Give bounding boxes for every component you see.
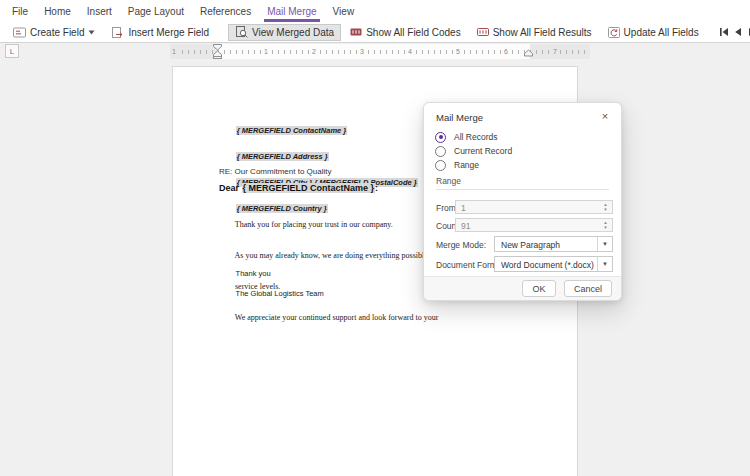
merge-mode-select[interactable]: New Paragraph ▼ <box>494 236 613 252</box>
merge-mode-label: Merge Mode: <box>436 240 486 250</box>
radio-button-icon[interactable] <box>435 132 446 143</box>
salutation-line: Dear { MERGEFIELD ContactName }: <box>219 183 378 193</box>
radio-button-icon[interactable] <box>435 146 446 157</box>
show-all-field-codes-icon <box>350 27 362 37</box>
ruler-number: 1 <box>262 47 270 56</box>
previous-record-button[interactable] <box>732 24 744 41</box>
ruler-number: 1 <box>170 47 178 56</box>
ruler-number: 6 <box>502 47 510 56</box>
ruler-number: 5 <box>454 47 462 56</box>
menu-bar: File Home Insert Page Layout References … <box>0 0 750 22</box>
menu-tab-mail-merge[interactable]: Mail Merge <box>264 0 319 22</box>
first-record-icon <box>719 27 729 37</box>
ruler-number: 4 <box>406 47 414 56</box>
horizontal-ruler[interactable]: 1 1 2 3 4 5 6 7 <box>170 44 590 59</box>
merge-field: { MERGEFIELD ContactName } <box>236 126 348 135</box>
menu-tab-insert[interactable]: Insert <box>84 0 115 22</box>
from-spinner[interactable]: ▲▼ <box>600 201 611 213</box>
radio-current-record[interactable]: Current Record <box>435 145 512 157</box>
next-record-icon <box>747 27 750 37</box>
application-window: File Home Insert Page Layout References … <box>0 0 750 476</box>
previous-record-icon <box>733 27 743 37</box>
merge-field: { MERGEFIELD Address } <box>236 152 329 161</box>
first-record-button[interactable] <box>718 24 730 41</box>
menu-tab-home[interactable]: Home <box>41 0 74 22</box>
chevron-down-icon <box>88 30 95 35</box>
radio-button-icon[interactable] <box>435 160 446 171</box>
chevron-down-icon: ▼ <box>602 261 608 267</box>
spinner-up-icon[interactable]: ▲ <box>603 221 607 225</box>
count-input[interactable]: 91 ▲▼ <box>455 218 613 232</box>
spinner-down-icon[interactable]: ▼ <box>603 226 607 230</box>
spinner-up-icon[interactable]: ▲ <box>603 203 607 207</box>
menu-tab-references[interactable]: References <box>197 0 254 22</box>
show-all-field-codes-button[interactable]: Show All Field Codes <box>343 24 468 41</box>
document-area: L 1 1 2 3 4 5 6 7 <box>0 43 750 476</box>
menu-tab-file[interactable]: File <box>9 0 31 22</box>
show-all-field-results-icon <box>477 27 489 37</box>
chevron-down-icon: ▼ <box>602 241 608 247</box>
right-indent-marker[interactable] <box>524 44 533 63</box>
insert-merge-field-button[interactable]: Insert Merge Field <box>104 24 216 41</box>
from-input[interactable]: 1 ▲▼ <box>455 200 613 214</box>
view-merged-data-button[interactable]: View Merged Data <box>228 24 341 41</box>
update-all-fields-button[interactable]: Update All Fields <box>601 24 706 41</box>
ruler-number: 3 <box>358 47 366 56</box>
insert-merge-field-icon <box>111 27 124 38</box>
radio-all-records[interactable]: All Records <box>435 131 497 143</box>
show-all-field-results-button[interactable]: Show All Field Results <box>470 24 599 41</box>
toolbar: Create Field Insert Merge Field View Mer… <box>0 22 750 43</box>
ok-button[interactable]: OK <box>522 280 556 297</box>
update-all-fields-icon <box>608 27 620 38</box>
merge-field: { MERGEFIELD ContactName } <box>242 183 376 193</box>
ruler-number: 2 <box>310 47 318 56</box>
menu-tab-page-layout[interactable]: Page Layout <box>125 0 187 22</box>
dialog-title: Mail Merge <box>436 112 483 123</box>
radio-range[interactable]: Range <box>435 159 479 171</box>
dialog-close-button[interactable]: × <box>597 108 613 124</box>
count-spinner[interactable]: ▲▼ <box>600 219 611 231</box>
view-merged-data-icon <box>235 26 248 38</box>
section-divider <box>436 189 609 190</box>
dialog-footer: OK Cancel <box>424 276 621 300</box>
document-format-dropdown-button[interactable]: ▼ <box>597 257 612 271</box>
spinner-down-icon[interactable]: ▼ <box>603 208 607 212</box>
next-record-button[interactable] <box>746 24 750 41</box>
left-indent-marker[interactable] <box>213 44 222 63</box>
mail-merge-dialog: Mail Merge × All Records Current Record … <box>423 102 622 301</box>
range-section-label: Range <box>436 176 461 186</box>
ruler-number: 7 <box>551 47 559 56</box>
cancel-button[interactable]: Cancel <box>564 280 612 297</box>
merge-mode-dropdown-button[interactable]: ▼ <box>597 237 612 251</box>
letter-closing: Thank you The Global Logistics Team <box>219 259 324 309</box>
create-field-icon <box>13 27 26 38</box>
subject-line: RE: Our Commitment to Quality <box>219 167 331 176</box>
create-field-button[interactable]: Create Field <box>6 24 102 41</box>
document-format-select[interactable]: Word Document (*.docx) ▼ <box>494 256 613 272</box>
tab-stop-selector[interactable]: L <box>5 44 19 58</box>
menu-tab-view[interactable]: View <box>330 0 358 22</box>
